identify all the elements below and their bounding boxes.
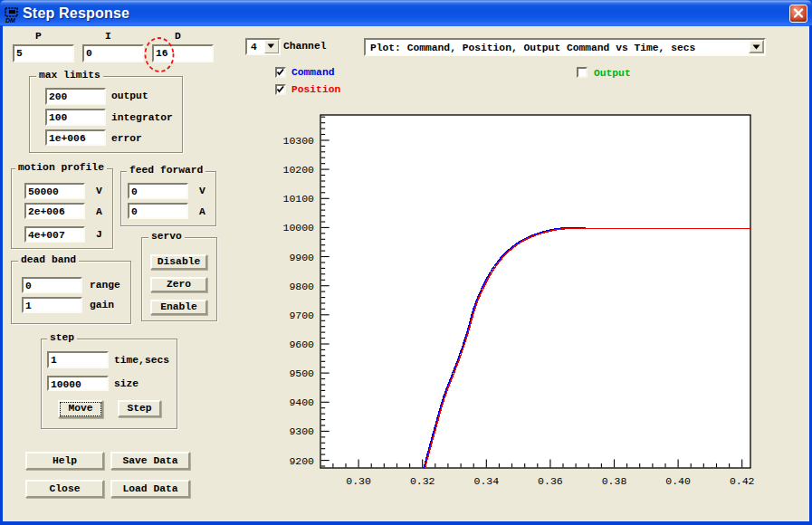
- svg-text:0.42: 0.42: [730, 475, 755, 487]
- svg-text:0.40: 0.40: [665, 475, 691, 487]
- svg-text:9700: 9700: [289, 310, 314, 321]
- svg-text:10000: 10000: [282, 222, 314, 234]
- svg-text:0.32: 0.32: [410, 475, 435, 487]
- svg-text:0.30: 0.30: [346, 475, 371, 487]
- svg-text:9500: 9500: [289, 368, 314, 379]
- svg-text:9800: 9800: [289, 281, 314, 292]
- svg-text:9400: 9400: [289, 396, 314, 408]
- svg-text:0.36: 0.36: [538, 475, 563, 487]
- svg-text:9300: 9300: [289, 425, 314, 437]
- svg-text:0.34: 0.34: [473, 475, 499, 487]
- svg-text:9900: 9900: [289, 252, 314, 263]
- svg-text:0.38: 0.38: [602, 475, 627, 487]
- svg-text:10100: 10100: [282, 193, 314, 205]
- svg-text:10300: 10300: [282, 135, 314, 147]
- svg-text:10200: 10200: [282, 164, 314, 176]
- svg-text:9200: 9200: [289, 455, 314, 467]
- svg-text:9600: 9600: [289, 339, 314, 350]
